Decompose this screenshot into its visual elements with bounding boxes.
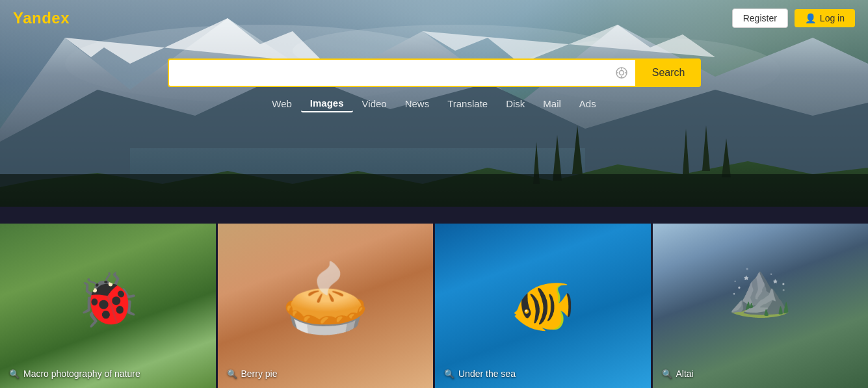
login-button[interactable]: 👤 Log in xyxy=(795,9,855,27)
grid-image-ladybug xyxy=(0,224,216,388)
search-icon-ladybug: 🔍 xyxy=(9,369,20,379)
grid-caption-pie: 🔍 Berry pie xyxy=(227,369,278,379)
grid-caption-sea: 🔍 Under the sea xyxy=(444,369,516,379)
tab-images[interactable]: Images xyxy=(301,95,353,112)
search-row: Search xyxy=(168,58,701,87)
user-icon: 👤 xyxy=(805,13,816,23)
grid-label-altai: Altai xyxy=(676,369,694,379)
tab-ads[interactable]: Ads xyxy=(570,96,605,112)
search-bar xyxy=(168,58,637,87)
grid-image-altai xyxy=(653,224,869,388)
register-button[interactable]: Register xyxy=(732,8,788,28)
nav-tabs: Web Images Video News Translate Disk Mai… xyxy=(263,95,605,112)
grid-label-pie: Berry pie xyxy=(241,369,278,379)
tab-news[interactable]: News xyxy=(396,96,439,112)
grid-item-ladybug[interactable]: 🔍 Macro photography of nature xyxy=(0,224,216,388)
logo-text: Yandex xyxy=(13,9,70,27)
camera-icon xyxy=(614,66,629,80)
tab-mail[interactable]: Mail xyxy=(534,96,570,112)
search-input[interactable] xyxy=(169,60,608,86)
search-icon-altai: 🔍 xyxy=(662,369,672,379)
tab-disk[interactable]: Disk xyxy=(497,96,534,112)
image-grid: 🔍 Macro photography of nature 🔍 Berry pi… xyxy=(0,224,868,388)
grid-label-ladybug: Macro photography of nature xyxy=(23,369,140,379)
tab-web[interactable]: Web xyxy=(263,96,301,112)
search-button[interactable]: Search xyxy=(637,58,701,87)
grid-item-pie[interactable]: 🔍 Berry pie xyxy=(218,224,434,388)
grid-image-sea xyxy=(435,224,651,388)
tab-video[interactable]: Video xyxy=(353,96,396,112)
header: Yandex Register 👤 Log in xyxy=(0,0,868,36)
visual-search-button[interactable] xyxy=(608,66,635,80)
search-icon-pie: 🔍 xyxy=(227,369,237,379)
login-label: Log in xyxy=(820,13,845,23)
grid-item-sea[interactable]: 🔍 Under the sea xyxy=(435,224,651,388)
grid-caption-ladybug: 🔍 Macro photography of nature xyxy=(9,369,140,379)
grid-label-sea: Under the sea xyxy=(458,369,516,379)
search-section: Search Web Images Video News Translate D… xyxy=(0,58,868,112)
tab-translate[interactable]: Translate xyxy=(438,96,497,112)
header-actions: Register 👤 Log in xyxy=(732,8,855,28)
svg-point-18 xyxy=(619,71,624,75)
logo: Yandex xyxy=(13,9,70,27)
grid-image-pie xyxy=(218,224,434,388)
grid-caption-altai: 🔍 Altai xyxy=(662,369,694,379)
svg-rect-16 xyxy=(0,174,868,207)
search-icon-sea: 🔍 xyxy=(444,369,454,379)
grid-item-altai[interactable]: 🔍 Altai xyxy=(653,224,869,388)
